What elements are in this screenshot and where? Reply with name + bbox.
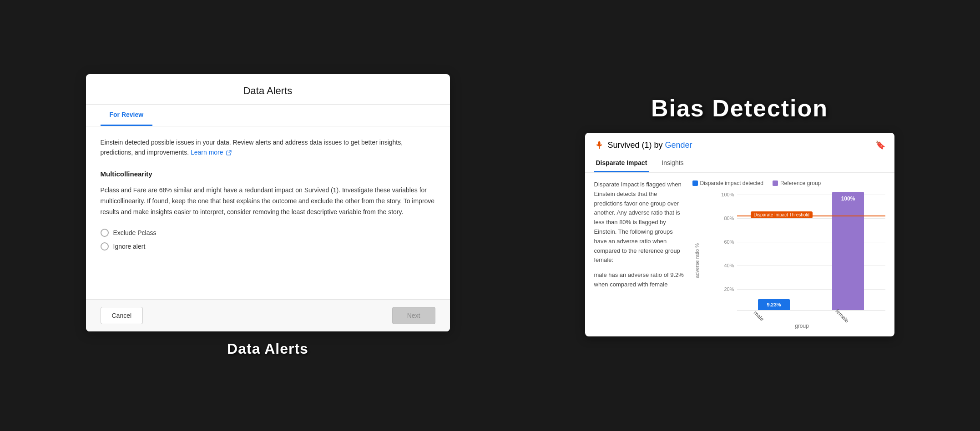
bar-male-fill: 9.23% (758, 299, 790, 310)
tab-disparate-impact[interactable]: Disparate Impact (594, 155, 649, 172)
bar-male: 9.23% (737, 192, 811, 310)
y-label-80: 80% (718, 216, 734, 221)
radio-circle-1[interactable] (101, 229, 109, 237)
modal-tabs: For Review (86, 105, 450, 126)
card-survived-label: Survived (1) by Gender (608, 140, 692, 150)
bias-tabs: Disparate Impact Insights (594, 155, 885, 172)
chart-legend: Disparate impact detected Reference grou… (692, 180, 885, 186)
bias-chart-area: Disparate impact detected Reference grou… (692, 180, 885, 329)
y-label-100: 100% (718, 192, 734, 197)
radio-circle-2[interactable] (101, 242, 109, 251)
legend-detected: Disparate impact detected (692, 180, 763, 186)
x-axis-title: group (719, 323, 885, 329)
bookmark-icon[interactable]: 🔖 (875, 140, 885, 150)
cancel-button[interactable]: Cancel (101, 307, 143, 324)
einstein-icon (594, 140, 604, 150)
bias-card-header: Survived (1) by Gender 🔖 Disparate Impac… (585, 133, 894, 173)
bias-detection-title: Bias Detection (651, 95, 828, 122)
legend-detected-label: Disparate impact detected (700, 180, 763, 186)
bias-card: Survived (1) by Gender 🔖 Disparate Impac… (585, 133, 894, 336)
y-axis-label: adverse ratio % (692, 243, 700, 278)
bias-desc-text2: male has an adverse ratio of 9.2% when c… (594, 271, 685, 290)
tab-insights[interactable]: Insights (660, 155, 685, 172)
radio-ignore-alert[interactable]: Ignore alert (101, 242, 435, 251)
x-label-male: male (753, 310, 765, 322)
bias-detection-panel: Bias Detection Survived (1) by Gender 🔖 … (585, 95, 894, 336)
x-axis-labels: male female (719, 313, 885, 319)
radio-label-1: Exclude Pclass (113, 229, 157, 236)
section-title: Multicollinearity (101, 170, 435, 178)
data-alerts-bottom-label: Data Alerts (227, 341, 308, 357)
bias-description: Disparate Impact is flagged when Einstei… (594, 180, 685, 329)
learn-more-link[interactable]: Learn more (191, 149, 223, 156)
modal-body: Einstein detected possible issues in you… (86, 126, 450, 299)
bar-female-label: 100% (841, 195, 855, 202)
data-alerts-panel: Data Alerts For Review Einstein detected… (86, 74, 450, 357)
data-alerts-modal: Data Alerts For Review Einstein detected… (86, 74, 450, 331)
bar-female: 100% (811, 192, 885, 310)
threshold-line: Disparate Impact Threshold (737, 216, 885, 216)
radio-group: Exclude Pclass Ignore alert (101, 229, 435, 251)
legend-reference: Reference group (773, 180, 821, 186)
modal-title: Data Alerts (101, 85, 435, 97)
gender-highlight: Gender (665, 140, 692, 150)
card-title-left: Survived (1) by Gender (594, 140, 692, 150)
tab-for-review[interactable]: For Review (101, 105, 153, 126)
radio-exclude-pclass[interactable]: Exclude Pclass (101, 229, 435, 237)
bias-desc-text: Disparate Impact is flagged when Einstei… (594, 180, 685, 265)
info-text: Einstein detected possible issues in you… (101, 137, 435, 158)
bar-male-label: 9.23% (767, 302, 781, 307)
radio-label-2: Ignore alert (113, 243, 146, 250)
threshold-badge: Disparate Impact Threshold (751, 211, 813, 218)
external-link-icon (226, 150, 232, 155)
next-button[interactable]: Next (392, 307, 435, 324)
legend-reference-label: Reference group (780, 180, 821, 186)
legend-dot-purple (773, 180, 778, 186)
chart-wrapper: adverse ratio % 100% (692, 192, 885, 329)
bias-card-title-row: Survived (1) by Gender 🔖 (594, 140, 885, 150)
modal-footer: Cancel Next (86, 299, 450, 331)
bias-card-body: Disparate Impact is flagged when Einstei… (585, 173, 894, 336)
modal-header: Data Alerts (86, 74, 450, 105)
y-label-20: 20% (718, 286, 734, 292)
section-body: Pclass and Fare are 68% similar and migh… (101, 185, 435, 217)
legend-dot-blue (692, 180, 698, 186)
y-label-40: 40% (718, 263, 734, 268)
bar-female-fill: 100% (832, 192, 864, 310)
y-label-60: 60% (718, 239, 734, 245)
